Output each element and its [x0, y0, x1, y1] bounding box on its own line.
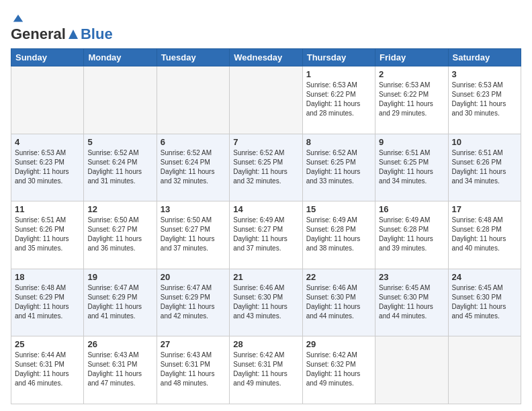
- day-number: 15: [306, 204, 371, 214]
- day-info: Sunrise: 6:45 AM Sunset: 6:30 PM Dayligh…: [452, 283, 517, 321]
- day-number: 5: [87, 137, 152, 147]
- calendar-cell: 13Sunrise: 6:50 AM Sunset: 6:27 PM Dayli…: [157, 201, 229, 269]
- day-number: 12: [87, 204, 152, 214]
- week-row-0: 1Sunrise: 6:53 AM Sunset: 6:22 PM Daylig…: [11, 66, 521, 134]
- week-row-2: 11Sunrise: 6:51 AM Sunset: 6:26 PM Dayli…: [11, 201, 521, 269]
- day-number: 28: [233, 339, 298, 349]
- day-number: 3: [452, 69, 517, 79]
- day-number: 14: [233, 204, 298, 214]
- day-number: 20: [161, 272, 226, 282]
- day-info: Sunrise: 6:52 AM Sunset: 6:24 PM Dayligh…: [161, 148, 226, 186]
- day-info: Sunrise: 6:51 AM Sunset: 6:26 PM Dayligh…: [15, 216, 80, 253]
- calendar-cell: 3Sunrise: 6:53 AM Sunset: 6:23 PM Daylig…: [448, 66, 521, 134]
- day-info: Sunrise: 6:50 AM Sunset: 6:27 PM Dayligh…: [87, 216, 152, 253]
- calendar-cell: 20Sunrise: 6:47 AM Sunset: 6:29 PM Dayli…: [157, 269, 229, 336]
- calendar-cell: 16Sunrise: 6:49 AM Sunset: 6:28 PM Dayli…: [375, 201, 448, 269]
- header: General Blue: [11, 11, 521, 43]
- calendar-cell: [375, 336, 448, 404]
- calendar-cell: 19Sunrise: 6:47 AM Sunset: 6:29 PM Dayli…: [84, 269, 157, 336]
- day-info: Sunrise: 6:42 AM Sunset: 6:31 PM Dayligh…: [233, 351, 298, 388]
- day-info: Sunrise: 6:52 AM Sunset: 6:24 PM Dayligh…: [87, 148, 152, 186]
- logo-triangle: [66, 28, 80, 41]
- calendar-cell: 2Sunrise: 6:53 AM Sunset: 6:22 PM Daylig…: [375, 66, 448, 134]
- week-row-1: 4Sunrise: 6:53 AM Sunset: 6:23 PM Daylig…: [11, 134, 521, 201]
- day-number: 6: [161, 137, 226, 147]
- calendar-cell: 11Sunrise: 6:51 AM Sunset: 6:26 PM Dayli…: [11, 201, 84, 269]
- calendar-cell: 24Sunrise: 6:45 AM Sunset: 6:30 PM Dayli…: [448, 269, 521, 336]
- day-info: Sunrise: 6:53 AM Sunset: 6:23 PM Dayligh…: [452, 81, 517, 118]
- svg-marker-0: [13, 15, 23, 22]
- day-number: 18: [15, 272, 80, 282]
- day-number: 8: [306, 137, 371, 147]
- day-info: Sunrise: 6:44 AM Sunset: 6:31 PM Dayligh…: [15, 351, 80, 388]
- day-info: Sunrise: 6:45 AM Sunset: 6:30 PM Dayligh…: [379, 283, 444, 321]
- day-info: Sunrise: 6:48 AM Sunset: 6:28 PM Dayligh…: [452, 216, 517, 253]
- day-info: Sunrise: 6:51 AM Sunset: 6:25 PM Dayligh…: [379, 148, 444, 186]
- day-info: Sunrise: 6:50 AM Sunset: 6:27 PM Dayligh…: [161, 216, 226, 253]
- page: General Blue SundayMondayTuesdayWednesda…: [0, 0, 532, 411]
- calendar-cell: [157, 66, 229, 134]
- day-info: Sunrise: 6:49 AM Sunset: 6:28 PM Dayligh…: [306, 216, 371, 253]
- calendar-cell: 26Sunrise: 6:43 AM Sunset: 6:31 PM Dayli…: [84, 336, 157, 404]
- calendar-cell: 1Sunrise: 6:53 AM Sunset: 6:22 PM Daylig…: [302, 66, 375, 134]
- svg-marker-1: [69, 30, 78, 39]
- day-number: 13: [161, 204, 226, 214]
- day-number: 17: [452, 204, 517, 214]
- day-number: 10: [452, 137, 517, 147]
- day-info: Sunrise: 6:46 AM Sunset: 6:30 PM Dayligh…: [306, 283, 371, 321]
- day-number: 26: [87, 339, 152, 349]
- logo-icon: [12, 13, 24, 26]
- calendar-table: SundayMondayTuesdayWednesdayThursdayFrid…: [11, 48, 521, 404]
- calendar-cell: 5Sunrise: 6:52 AM Sunset: 6:24 PM Daylig…: [84, 134, 157, 201]
- calendar-cell: [11, 66, 84, 134]
- calendar-cell: 14Sunrise: 6:49 AM Sunset: 6:27 PM Dayli…: [230, 201, 302, 269]
- day-number: 11: [15, 204, 80, 214]
- calendar-cell: 8Sunrise: 6:52 AM Sunset: 6:25 PM Daylig…: [302, 134, 375, 201]
- calendar-cell: 29Sunrise: 6:42 AM Sunset: 6:32 PM Dayli…: [302, 336, 375, 404]
- day-header-friday: Friday: [375, 49, 448, 66]
- day-info: Sunrise: 6:42 AM Sunset: 6:32 PM Dayligh…: [306, 351, 371, 388]
- day-info: Sunrise: 6:53 AM Sunset: 6:22 PM Dayligh…: [306, 81, 371, 118]
- calendar-cell: 9Sunrise: 6:51 AM Sunset: 6:25 PM Daylig…: [375, 134, 448, 201]
- calendar-cell: 4Sunrise: 6:53 AM Sunset: 6:23 PM Daylig…: [11, 134, 84, 201]
- day-number: 1: [306, 69, 371, 79]
- day-header-wednesday: Wednesday: [230, 49, 302, 66]
- day-info: Sunrise: 6:52 AM Sunset: 6:25 PM Dayligh…: [306, 148, 371, 186]
- calendar-cell: 10Sunrise: 6:51 AM Sunset: 6:26 PM Dayli…: [448, 134, 521, 201]
- day-info: Sunrise: 6:47 AM Sunset: 6:29 PM Dayligh…: [161, 283, 226, 321]
- calendar-cell: 21Sunrise: 6:46 AM Sunset: 6:30 PM Dayli…: [230, 269, 302, 336]
- week-row-3: 18Sunrise: 6:48 AM Sunset: 6:29 PM Dayli…: [11, 269, 521, 336]
- logo-general-2: General: [11, 26, 66, 43]
- day-info: Sunrise: 6:53 AM Sunset: 6:22 PM Dayligh…: [379, 81, 444, 118]
- calendar-cell: 17Sunrise: 6:48 AM Sunset: 6:28 PM Dayli…: [448, 201, 521, 269]
- day-info: Sunrise: 6:51 AM Sunset: 6:26 PM Dayligh…: [452, 148, 517, 186]
- calendar-cell: 15Sunrise: 6:49 AM Sunset: 6:28 PM Dayli…: [302, 201, 375, 269]
- day-info: Sunrise: 6:53 AM Sunset: 6:23 PM Dayligh…: [15, 148, 80, 186]
- calendar-cell: 7Sunrise: 6:52 AM Sunset: 6:25 PM Daylig…: [230, 134, 302, 201]
- day-info: Sunrise: 6:48 AM Sunset: 6:29 PM Dayligh…: [15, 283, 80, 321]
- day-info: Sunrise: 6:46 AM Sunset: 6:30 PM Dayligh…: [233, 283, 298, 321]
- day-info: Sunrise: 6:43 AM Sunset: 6:31 PM Dayligh…: [161, 351, 226, 388]
- logo: General Blue: [11, 11, 113, 43]
- week-row-4: 25Sunrise: 6:44 AM Sunset: 6:31 PM Dayli…: [11, 336, 521, 404]
- calendar-cell: 6Sunrise: 6:52 AM Sunset: 6:24 PM Daylig…: [157, 134, 229, 201]
- day-number: 22: [306, 272, 371, 282]
- day-number: 21: [233, 272, 298, 282]
- day-info: Sunrise: 6:43 AM Sunset: 6:31 PM Dayligh…: [87, 351, 152, 388]
- day-number: 2: [379, 69, 444, 79]
- day-header-monday: Monday: [84, 49, 157, 66]
- day-header-saturday: Saturday: [448, 49, 521, 66]
- day-header-thursday: Thursday: [302, 49, 375, 66]
- day-number: 25: [15, 339, 80, 349]
- calendar-cell: 23Sunrise: 6:45 AM Sunset: 6:30 PM Dayli…: [375, 269, 448, 336]
- calendar-cell: [230, 66, 302, 134]
- day-number: 9: [379, 137, 444, 147]
- day-number: 23: [379, 272, 444, 282]
- calendar-cell: 18Sunrise: 6:48 AM Sunset: 6:29 PM Dayli…: [11, 269, 84, 336]
- day-number: 4: [15, 137, 80, 147]
- day-header-sunday: Sunday: [11, 49, 84, 66]
- calendar-cell: 25Sunrise: 6:44 AM Sunset: 6:31 PM Dayli…: [11, 336, 84, 404]
- day-info: Sunrise: 6:52 AM Sunset: 6:25 PM Dayligh…: [233, 148, 298, 186]
- calendar-cell: [448, 336, 521, 404]
- day-info: Sunrise: 6:47 AM Sunset: 6:29 PM Dayligh…: [87, 283, 152, 321]
